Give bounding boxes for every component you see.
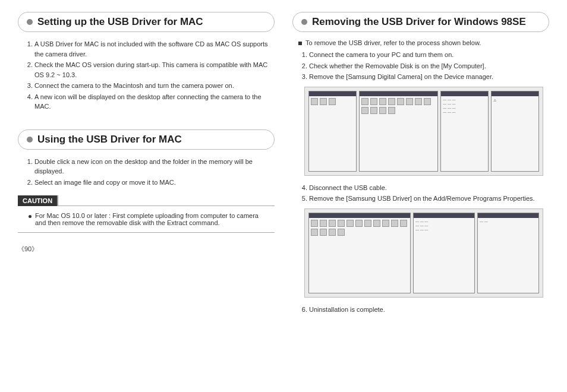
square-bullet-icon xyxy=(298,42,302,45)
page-content: Setting up the USB Driver for MAC A USB … xyxy=(18,12,549,315)
caution-box: CAUTION For Mac OS 10.0 or later : First… xyxy=(18,195,275,233)
step-item: Double click a new icon on the desktop a… xyxy=(34,157,275,176)
step-item: A new icon will be displayed on the desk… xyxy=(34,92,275,112)
window-uninstall-wizard: — — xyxy=(477,213,539,293)
steps-list-c: Uninstallation is complete. xyxy=(292,305,549,315)
caution-label: CAUTION xyxy=(18,195,58,206)
window-taskbar xyxy=(308,91,357,172)
section-header-using-mac: Using the USB Driver for MAC xyxy=(18,129,275,150)
right-column: Removing the USB Driver for Windows 98SE… xyxy=(292,12,549,315)
bullet-icon xyxy=(27,137,33,143)
step-item: Uninstallation is complete. xyxy=(309,305,549,315)
steps-list-b: Disconnect the USB cable. Remove the [Sa… xyxy=(292,183,549,204)
step-item: Remove the [Samsung USB Driver] on the A… xyxy=(309,194,549,204)
step-item: Connect the camera to your PC and turn t… xyxy=(309,50,549,60)
step-item: A USB Driver for MAC is not included wit… xyxy=(34,39,275,59)
window-add-remove-programs: — — —— — —— — — xyxy=(413,213,475,293)
left-column: Setting up the USB Driver for MAC A USB … xyxy=(18,12,275,315)
bullet-icon xyxy=(301,19,307,25)
section-header-remove-win98: Removing the USB Driver for Windows 98SE xyxy=(292,12,549,32)
step-item: Check whether the Removable Disk is on t… xyxy=(309,61,549,71)
section-title: Using the USB Driver for MAC xyxy=(37,134,182,146)
step-item: Select an image file and copy or move it… xyxy=(34,178,275,188)
page-number: 《90》 xyxy=(18,245,275,254)
screenshot-add-remove: — — —— — —— — — — — xyxy=(304,208,543,298)
screenshot-device-manager: — — —— — —— — —— — — ⚠ xyxy=(304,87,543,176)
steps-list-setup: A USB Driver for MAC is not included wit… xyxy=(18,39,275,112)
bullet-dot-icon xyxy=(29,215,32,218)
caution-body: For Mac OS 10.0 or later : First complet… xyxy=(18,206,275,233)
window-explorer xyxy=(359,91,438,172)
window-device-manager: — — —— — —— — —— — — xyxy=(440,91,489,172)
steps-list-using: Double click a new icon on the desktop a… xyxy=(18,157,275,188)
steps-list-a: Connect the camera to your PC and turn t… xyxy=(292,50,549,82)
intro-text: To remove the USB driver, refer to the p… xyxy=(298,39,549,46)
bullet-icon xyxy=(27,19,33,25)
step-item: Check the MAC OS version during start-up… xyxy=(34,60,275,80)
window-confirm-dialog: ⚠ xyxy=(491,91,539,172)
step-item: Disconnect the USB cable. xyxy=(309,183,549,193)
window-control-panel xyxy=(308,213,411,293)
section-header-setup-mac: Setting up the USB Driver for MAC xyxy=(18,12,275,32)
caution-text: For Mac OS 10.0 or later : First complet… xyxy=(35,212,271,226)
step-item: Remove the [Samsung Digital Camera] on t… xyxy=(309,72,549,82)
section-title: Setting up the USB Driver for MAC xyxy=(37,16,203,28)
step-item: Connect the camera to the Macintosh and … xyxy=(34,81,275,91)
intro-label: To remove the USB driver, refer to the p… xyxy=(305,39,481,46)
section-title: Removing the USB Driver for Windows 98SE xyxy=(312,16,526,28)
